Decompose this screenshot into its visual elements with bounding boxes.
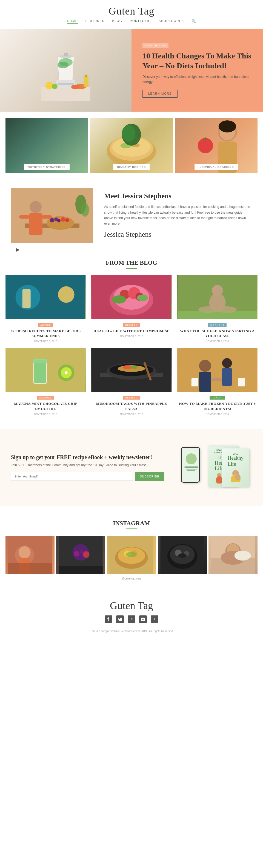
youtube-svg	[141, 617, 145, 621]
blog-grid: ADVICE 25 FRESH RECIPES TO MAKE BEFORE S…	[5, 275, 258, 415]
blog-card-6[interactable]: HEALTH HOW TO MAKE FROZEN YOGURT: JUST 3…	[177, 348, 258, 415]
facebook-icon[interactable]	[105, 615, 112, 623]
svg-rect-103	[59, 566, 103, 574]
nav-features[interactable]: FEATURES	[86, 19, 105, 24]
nav-blog[interactable]: BLOG	[112, 19, 122, 24]
phone-screen	[182, 448, 199, 482]
twitter-icon[interactable]	[116, 615, 124, 623]
hero-content: HEALTH TIPS 10 Health Changes To Make Th…	[131, 29, 263, 112]
category-card-coaching[interactable]: INDIVIDUAL COACHING	[175, 118, 258, 173]
newsletter-subscribe-button[interactable]: SUBSCRIBE	[135, 472, 164, 481]
instagram-item-5[interactable]	[208, 536, 258, 574]
svg-point-10	[71, 85, 79, 89]
site-header: Guten Tag HOME FEATURES BLOG PORTFOLIO S…	[0, 0, 263, 29]
blog-img-svg-1	[5, 275, 86, 319]
svg-rect-79	[210, 378, 222, 381]
svg-rect-76	[222, 368, 232, 386]
svg-rect-61	[34, 360, 46, 383]
footer-copyright: This is a sample website - cmsmasters © …	[0, 627, 263, 636]
hero-cta-button[interactable]: LEARN MORE	[142, 90, 177, 98]
svg-point-70	[118, 365, 145, 372]
svg-rect-80	[191, 378, 198, 386]
category-label-nutrition: NUTRITION STRATEGIES	[24, 164, 70, 170]
svg-rect-84	[185, 466, 198, 468]
svg-point-8	[52, 84, 58, 89]
svg-point-20	[122, 125, 136, 142]
svg-rect-38	[42, 215, 52, 219]
book2-svg	[225, 468, 246, 482]
category-label-coaching: INDIVIDUAL COACHING	[195, 164, 238, 170]
svg-rect-36	[29, 213, 42, 235]
blog-title-6: HOW TO MAKE FROZEN YOGURT: JUST 3 INGRED…	[177, 401, 258, 411]
svg-rect-11	[84, 76, 89, 87]
insta-image-2	[56, 536, 105, 574]
svg-rect-58	[177, 311, 257, 319]
phone-screen-content	[182, 448, 200, 483]
instagram-grid	[5, 536, 258, 574]
instagram-section-underline	[126, 528, 137, 529]
blog-card-4[interactable]: RECIPES MATCHA MINT CHOCOLATE CHIP SMOOT…	[5, 348, 86, 415]
newsletter-books: HEALTHY LIFEAction + Awareness Living He…	[175, 440, 252, 495]
blog-title-2: HEALTH – LIFE WITHOUT COMPROMISE	[91, 329, 171, 334]
insta-image-5	[208, 536, 258, 574]
blog-tag-5: RECIPES	[123, 396, 140, 400]
insta-image-4	[158, 536, 207, 574]
instagram-item-3[interactable]	[107, 536, 156, 574]
hero-title: 10 Health Changes To Make This Year – No…	[142, 51, 252, 71]
blog-card-3[interactable]: WORKOUT WHAT YOU SHOULD KNOW STARTING A …	[177, 275, 258, 343]
blog-title-1: 25 FRESH RECIPES TO MAKE BEFORE SUMMER E…	[5, 329, 86, 338]
blog-card-2[interactable]: RECIPES HEALTH – LIFE WITHOUT COMPROMISE…	[91, 275, 171, 343]
svg-rect-85	[186, 469, 197, 469]
pinterest-icon[interactable]: P	[151, 615, 158, 623]
instagram-item-1[interactable]	[5, 536, 55, 574]
blog-date-4: NOVEMBER 3, 2018	[5, 413, 86, 415]
blog-tag-2: RECIPES	[123, 323, 140, 327]
category-label-recipes: HEALTHY RECIPES	[113, 164, 150, 170]
youtube-icon[interactable]	[139, 615, 147, 623]
hero-image-placeholder	[0, 29, 131, 112]
blog-title-4: MATCHA MINT CHOCOLATE CHIP SMOOTHIE	[5, 401, 86, 411]
site-logo[interactable]: Guten Tag	[0, 5, 263, 17]
hero-description: Discover your way to effortless weight l…	[142, 74, 252, 85]
nav-shortcodes[interactable]: SHORTCODES	[159, 19, 184, 24]
svg-rect-6	[64, 53, 68, 56]
instagram-item-2[interactable]	[56, 536, 105, 574]
svg-point-88	[216, 476, 223, 484]
blog-section: FROM THE BLOG ADVICE 25 FRESH RECIPES TO…	[0, 251, 263, 424]
blog-card-image-4	[5, 348, 86, 392]
blog-section-title: FROM THE BLOG	[5, 259, 258, 266]
blog-date-5: NOVEMBER 3, 2018	[91, 413, 171, 415]
category-card-recipes[interactable]: HEALTHY RECIPES	[90, 118, 173, 173]
svg-rect-2	[58, 83, 74, 85]
footer-logo[interactable]: Guten Tag	[0, 599, 263, 612]
svg-point-24	[218, 120, 236, 132]
svg-point-72	[131, 366, 137, 369]
hero-image	[0, 29, 131, 112]
newsletter-email-input[interactable]	[11, 472, 133, 481]
blog-card-1[interactable]: ADVICE 25 FRESH RECIPES TO MAKE BEFORE S…	[5, 275, 86, 343]
instagram-section-title: INSTAGRAM	[5, 520, 258, 527]
blog-card-5[interactable]: RECIPES MUSHROOM TACOS WITH PINEAPPLE SA…	[91, 348, 171, 415]
about-title: Meet Jessica Stephens	[104, 192, 252, 200]
svg-point-4	[58, 62, 68, 68]
main-nav: HOME FEATURES BLOG PORTFOLIO SHORTCODES …	[0, 17, 263, 27]
instagram-section: INSTAGRAM	[0, 512, 263, 586]
search-icon[interactable]: 🔍	[192, 19, 196, 24]
svg-point-65	[65, 371, 68, 374]
instagram-social-icon[interactable]: ☀	[128, 615, 135, 623]
blog-date-2: NOVEMBER 3, 2018	[91, 335, 171, 338]
blog-card-image-2	[91, 275, 171, 319]
instagram-item-4[interactable]	[158, 536, 207, 574]
blog-date-6: NOVEMBER 3, 2018	[177, 413, 258, 415]
svg-point-115	[178, 553, 186, 558]
svg-point-35	[30, 201, 42, 213]
category-card-nutrition[interactable]: NUTRITION STRATEGIES	[5, 118, 88, 173]
svg-point-71	[123, 365, 131, 369]
play-button[interactable]: ▶	[11, 243, 25, 256]
nav-portfolio[interactable]: PORTFOLIO	[130, 19, 151, 24]
svg-point-40	[81, 203, 89, 217]
blog-card-image-3	[177, 275, 258, 319]
about-video-placeholder	[11, 188, 93, 243]
blog-date-3: NOVEMBER 3, 2018	[177, 340, 258, 343]
nav-home[interactable]: HOME	[67, 19, 78, 24]
